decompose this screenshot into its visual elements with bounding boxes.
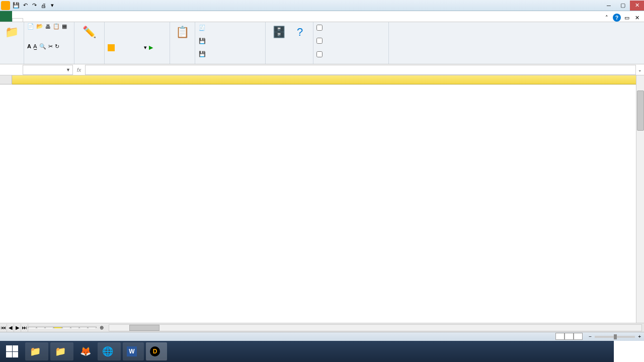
tab-file[interactable] <box>0 11 12 22</box>
redo-icon[interactable]: ↷ <box>30 2 38 10</box>
save-icon[interactable]: 💾 <box>12 2 20 10</box>
minimize-button[interactable]: ─ <box>602 1 616 11</box>
play-icon[interactable]: ▶ <box>149 44 153 51</box>
workbook-close-icon[interactable]: ✕ <box>633 14 641 22</box>
brand-banner <box>614 341 644 362</box>
tab-insert[interactable] <box>33 19 43 22</box>
namebox-dropdown-icon[interactable]: ▼ <box>66 67 70 72</box>
zoom-out-button[interactable]: − <box>589 334 592 339</box>
ribbon-tabs: ˄ ? ▭ ✕ <box>0 11 644 22</box>
dropdown-icon[interactable]: ▾ <box>144 44 147 51</box>
luu-dongia-item[interactable]: 💾 <box>198 36 262 45</box>
sheet-tab-tm[interactable] <box>45 327 54 328</box>
pencil-icon: ✏️ <box>82 24 98 40</box>
vscroll-thumb[interactable] <box>637 90 644 131</box>
luu-dongia-tonghop-item[interactable]: 💾 <box>198 50 262 59</box>
new-icon[interactable]: 📄 <box>27 23 34 30</box>
close-button[interactable]: ✕ <box>630 1 644 11</box>
qat-more-icon[interactable]: ▾ <box>48 2 56 10</box>
cut-icon[interactable]: ✂ <box>48 43 53 50</box>
name-box[interactable]: ▼ <box>23 65 73 75</box>
fill-icon[interactable] <box>108 44 115 51</box>
check-luonhien[interactable] <box>316 50 385 59</box>
copy-icon[interactable]: 📋 <box>53 23 60 30</box>
help-icon[interactable]: ? <box>613 14 621 22</box>
tab-view[interactable] <box>84 19 94 22</box>
save-all-icon: 💾 <box>198 50 206 58</box>
dulieu-button[interactable]: 🗄️ <box>269 23 289 41</box>
check-thamtra[interactable] <box>316 36 385 45</box>
task-word[interactable]: W <box>123 342 144 360</box>
tab-home[interactable] <box>23 19 33 22</box>
sheet-nav-last[interactable]: ⏭ <box>21 324 28 332</box>
open-icon[interactable]: 📂 <box>36 23 43 30</box>
window-restore-icon[interactable]: ▭ <box>623 14 631 22</box>
sheet-tab-thvattu[interactable] <box>79 327 88 328</box>
view-buttons[interactable] <box>555 333 583 341</box>
task-pictures[interactable]: 📁 <box>50 342 73 360</box>
check-dutoan[interactable] <box>316 23 385 32</box>
tienich-button[interactable]: 📋 <box>173 23 192 41</box>
tab-formulas[interactable] <box>53 19 63 22</box>
vertical-scrollbar[interactable] <box>636 75 644 323</box>
start-button[interactable] <box>0 341 24 362</box>
ribbon: 📁 📄 📂 🖶 📋 ▦ A A̲ 🔍 ✂ ↻ ✏️ <box>0 22 644 64</box>
database-icon: 🗄️ <box>271 24 287 40</box>
price-icon: 🧾 <box>198 24 206 32</box>
folder-icon-task2: 📁 <box>54 345 66 357</box>
hscroll-thumb[interactable] <box>129 325 159 331</box>
task-dutoan[interactable]: D <box>146 342 167 360</box>
sheet-tab-bia[interactable] <box>36 327 45 328</box>
print-icon-2[interactable]: 🖶 <box>45 24 51 30</box>
save-price-icon: 💾 <box>198 37 206 45</box>
tab-load-test[interactable] <box>104 19 114 22</box>
sheet-tab-thongke[interactable] <box>88 327 97 328</box>
tab-data[interactable] <box>63 19 73 22</box>
formula-expand-icon[interactable]: ⌄ <box>636 67 644 72</box>
fontsize-icon[interactable]: A̲ <box>33 43 37 50</box>
print-icon[interactable]: 🖨 <box>39 2 47 10</box>
tra-gia-item[interactable]: 🧾 <box>198 23 262 32</box>
task-temp[interactable]: 📁 <box>25 342 48 360</box>
spreadsheet <box>0 75 644 323</box>
grid[interactable] <box>12 84 636 323</box>
font-icon[interactable]: A <box>27 43 31 49</box>
column-headers <box>12 75 636 84</box>
sheet-nav-next[interactable]: ▶ <box>14 324 21 332</box>
tab-addins[interactable] <box>94 19 104 22</box>
sheet-nav-prev[interactable]: ◀ <box>7 324 14 332</box>
sheet-tab-thcp[interactable] <box>53 327 62 328</box>
task-chrome[interactable]: 🌐 <box>98 342 121 360</box>
zoom-in-button[interactable]: + <box>638 334 641 339</box>
refresh-icon[interactable]: ↻ <box>55 43 59 50</box>
tab-review[interactable] <box>73 19 84 22</box>
ribbon-minimize-icon[interactable]: ˄ <box>603 14 611 22</box>
folder-icon-task: 📁 <box>29 345 41 357</box>
app-button[interactable] <box>1 1 10 10</box>
task-firefox[interactable]: 🦊 <box>75 342 96 360</box>
tab-team[interactable] <box>114 19 124 22</box>
sheet-tab-dutoan-xd[interactable] <box>62 327 71 328</box>
sheet-nav-first[interactable]: ⏮ <box>0 324 7 332</box>
sheet-tab-ts[interactable] <box>28 327 37 328</box>
trogiup-button[interactable]: ? <box>290 23 310 41</box>
select-all-corner[interactable] <box>0 75 12 84</box>
fx-icon[interactable]: fx <box>75 67 83 73</box>
horizontal-scrollbar[interactable] <box>109 324 642 331</box>
hoso-button[interactable]: 📁 <box>3 23 21 41</box>
tab-dutoan-gxd[interactable] <box>12 18 23 22</box>
undo-icon[interactable]: ↶ <box>21 2 29 10</box>
maximize-button[interactable]: ▢ <box>616 1 630 11</box>
formula-input[interactable] <box>85 65 636 75</box>
search-icon[interactable]: 🔍 <box>39 43 46 50</box>
table-icon[interactable]: ▦ <box>62 23 67 30</box>
tab-page-layout[interactable] <box>43 19 53 22</box>
zoom-slider[interactable] <box>595 336 635 338</box>
status-bar: − + <box>0 332 644 341</box>
folder-icon: 📁 <box>4 24 20 40</box>
list-icon: 📋 <box>175 24 191 40</box>
sheet-tab-dongia-xd[interactable] <box>70 327 79 328</box>
chiphi-button[interactable]: ✏️ <box>77 23 101 41</box>
new-sheet-button[interactable]: ⊕ <box>97 325 107 330</box>
taskbar: 📁 📁 🦊 🌐 W D <box>0 341 644 362</box>
